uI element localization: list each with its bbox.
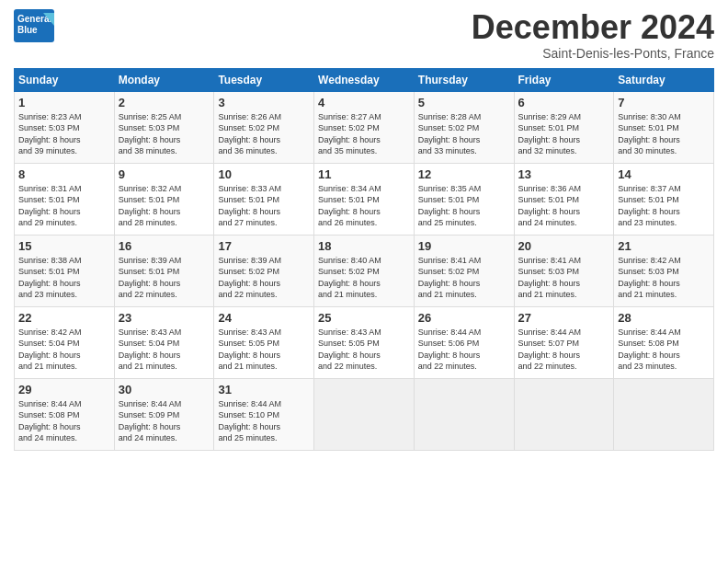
calendar-cell: 5Sunrise: 8:28 AM Sunset: 5:02 PM Daylig… xyxy=(414,91,514,163)
calendar-cell: 26Sunrise: 8:44 AM Sunset: 5:06 PM Dayli… xyxy=(414,306,514,378)
calendar-cell: 30Sunrise: 8:44 AM Sunset: 5:09 PM Dayli… xyxy=(114,378,214,450)
calendar-cell: 7Sunrise: 8:30 AM Sunset: 5:01 PM Daylig… xyxy=(614,91,714,163)
calendar-cell: 3Sunrise: 8:26 AM Sunset: 5:02 PM Daylig… xyxy=(214,91,314,163)
day-number: 18 xyxy=(318,239,410,253)
calendar-cell xyxy=(514,378,614,450)
calendar-page: General Blue December 2024 Saint-Denis-l… xyxy=(0,0,728,563)
day-info: Sunrise: 8:35 AM Sunset: 5:01 PM Dayligh… xyxy=(418,183,510,229)
calendar-cell: 23Sunrise: 8:43 AM Sunset: 5:04 PM Dayli… xyxy=(114,306,214,378)
day-info: Sunrise: 8:36 AM Sunset: 5:01 PM Dayligh… xyxy=(518,183,610,229)
header-thursday: Thursday xyxy=(414,68,514,91)
day-info: Sunrise: 8:32 AM Sunset: 5:01 PM Dayligh… xyxy=(119,183,210,229)
calendar-week-2: 8Sunrise: 8:31 AM Sunset: 5:01 PM Daylig… xyxy=(15,163,714,235)
header-tuesday: Tuesday xyxy=(214,68,314,91)
day-number: 1 xyxy=(18,96,110,109)
day-number: 22 xyxy=(18,311,110,325)
day-info: Sunrise: 8:41 AM Sunset: 5:02 PM Dayligh… xyxy=(418,255,510,301)
day-number: 4 xyxy=(318,96,410,109)
day-number: 11 xyxy=(318,167,410,181)
day-info: Sunrise: 8:44 AM Sunset: 5:09 PM Dayligh… xyxy=(119,398,210,444)
calendar-cell: 11Sunrise: 8:34 AM Sunset: 5:01 PM Dayli… xyxy=(314,163,415,235)
day-info: Sunrise: 8:30 AM Sunset: 5:01 PM Dayligh… xyxy=(618,111,710,157)
day-info: Sunrise: 8:44 AM Sunset: 5:08 PM Dayligh… xyxy=(618,327,710,373)
day-number: 10 xyxy=(218,167,310,181)
calendar-cell: 22Sunrise: 8:42 AM Sunset: 5:04 PM Dayli… xyxy=(15,306,115,378)
day-info: Sunrise: 8:40 AM Sunset: 5:02 PM Dayligh… xyxy=(318,255,410,301)
day-number: 21 xyxy=(618,239,710,253)
day-info: Sunrise: 8:44 AM Sunset: 5:08 PM Dayligh… xyxy=(18,398,110,444)
day-info: Sunrise: 8:39 AM Sunset: 5:01 PM Dayligh… xyxy=(119,255,210,301)
day-number: 24 xyxy=(218,311,310,325)
calendar-table: Sunday Monday Tuesday Wednesday Thursday… xyxy=(14,68,714,451)
day-info: Sunrise: 8:23 AM Sunset: 5:03 PM Dayligh… xyxy=(18,111,110,157)
calendar-cell: 16Sunrise: 8:39 AM Sunset: 5:01 PM Dayli… xyxy=(114,235,214,306)
day-number: 8 xyxy=(18,167,110,181)
day-info: Sunrise: 8:44 AM Sunset: 5:10 PM Dayligh… xyxy=(218,398,310,444)
calendar-cell: 6Sunrise: 8:29 AM Sunset: 5:01 PM Daylig… xyxy=(514,91,614,163)
day-number: 30 xyxy=(119,383,210,396)
day-number: 17 xyxy=(218,239,310,253)
calendar-cell: 1Sunrise: 8:23 AM Sunset: 5:03 PM Daylig… xyxy=(15,91,115,163)
day-info: Sunrise: 8:43 AM Sunset: 5:04 PM Dayligh… xyxy=(119,327,210,373)
calendar-cell: 28Sunrise: 8:44 AM Sunset: 5:08 PM Dayli… xyxy=(614,306,714,378)
day-number: 26 xyxy=(418,311,510,325)
calendar-cell: 27Sunrise: 8:44 AM Sunset: 5:07 PM Dayli… xyxy=(514,306,614,378)
day-number: 14 xyxy=(618,167,710,181)
header: General Blue December 2024 Saint-Denis-l… xyxy=(14,9,714,61)
day-number: 13 xyxy=(518,167,610,181)
day-number: 20 xyxy=(518,239,610,253)
svg-text:Blue: Blue xyxy=(17,25,38,35)
calendar-cell: 20Sunrise: 8:41 AM Sunset: 5:03 PM Dayli… xyxy=(514,235,614,306)
calendar-cell: 18Sunrise: 8:40 AM Sunset: 5:02 PM Dayli… xyxy=(314,235,415,306)
calendar-cell: 9Sunrise: 8:32 AM Sunset: 5:01 PM Daylig… xyxy=(114,163,214,235)
day-number: 2 xyxy=(119,96,210,109)
day-number: 6 xyxy=(518,96,610,109)
day-number: 28 xyxy=(618,311,710,325)
day-info: Sunrise: 8:42 AM Sunset: 5:03 PM Dayligh… xyxy=(618,255,710,301)
day-info: Sunrise: 8:42 AM Sunset: 5:04 PM Dayligh… xyxy=(18,327,110,373)
day-info: Sunrise: 8:34 AM Sunset: 5:01 PM Dayligh… xyxy=(318,183,410,229)
calendar-week-4: 22Sunrise: 8:42 AM Sunset: 5:04 PM Dayli… xyxy=(15,306,714,378)
day-info: Sunrise: 8:25 AM Sunset: 5:03 PM Dayligh… xyxy=(119,111,210,157)
header-monday: Monday xyxy=(114,68,214,91)
calendar-week-1: 1Sunrise: 8:23 AM Sunset: 5:03 PM Daylig… xyxy=(15,91,714,163)
day-number: 3 xyxy=(218,96,310,109)
calendar-cell: 12Sunrise: 8:35 AM Sunset: 5:01 PM Dayli… xyxy=(414,163,514,235)
location: Saint-Denis-les-Ponts, France xyxy=(472,46,714,61)
calendar-cell: 17Sunrise: 8:39 AM Sunset: 5:02 PM Dayli… xyxy=(214,235,314,306)
day-number: 27 xyxy=(518,311,610,325)
day-number: 29 xyxy=(18,383,110,396)
day-info: Sunrise: 8:41 AM Sunset: 5:03 PM Dayligh… xyxy=(518,255,610,301)
day-number: 16 xyxy=(119,239,210,253)
title-area: December 2024 Saint-Denis-les-Ponts, Fra… xyxy=(472,9,714,61)
day-info: Sunrise: 8:44 AM Sunset: 5:07 PM Dayligh… xyxy=(518,327,610,373)
calendar-cell: 19Sunrise: 8:41 AM Sunset: 5:02 PM Dayli… xyxy=(414,235,514,306)
day-number: 23 xyxy=(119,311,210,325)
day-number: 12 xyxy=(418,167,510,181)
day-number: 9 xyxy=(119,167,210,181)
calendar-cell xyxy=(614,378,714,450)
day-info: Sunrise: 8:43 AM Sunset: 5:05 PM Dayligh… xyxy=(318,327,410,373)
month-title: December 2024 xyxy=(472,9,714,46)
day-info: Sunrise: 8:31 AM Sunset: 5:01 PM Dayligh… xyxy=(18,183,110,229)
day-info: Sunrise: 8:37 AM Sunset: 5:01 PM Dayligh… xyxy=(618,183,710,229)
calendar-cell: 13Sunrise: 8:36 AM Sunset: 5:01 PM Dayli… xyxy=(514,163,614,235)
day-number: 31 xyxy=(218,383,310,396)
day-info: Sunrise: 8:27 AM Sunset: 5:02 PM Dayligh… xyxy=(318,111,410,157)
calendar-cell: 21Sunrise: 8:42 AM Sunset: 5:03 PM Dayli… xyxy=(614,235,714,306)
logo-icon: General Blue xyxy=(14,9,54,42)
day-number: 15 xyxy=(18,239,110,253)
calendar-cell: 24Sunrise: 8:43 AM Sunset: 5:05 PM Dayli… xyxy=(214,306,314,378)
calendar-cell: 10Sunrise: 8:33 AM Sunset: 5:01 PM Dayli… xyxy=(214,163,314,235)
logo: General Blue xyxy=(14,9,54,42)
calendar-cell: 15Sunrise: 8:38 AM Sunset: 5:01 PM Dayli… xyxy=(15,235,115,306)
calendar-week-3: 15Sunrise: 8:38 AM Sunset: 5:01 PM Dayli… xyxy=(15,235,714,306)
day-number: 25 xyxy=(318,311,410,325)
header-friday: Friday xyxy=(514,68,614,91)
day-info: Sunrise: 8:38 AM Sunset: 5:01 PM Dayligh… xyxy=(18,255,110,301)
calendar-cell: 29Sunrise: 8:44 AM Sunset: 5:08 PM Dayli… xyxy=(15,378,115,450)
day-info: Sunrise: 8:33 AM Sunset: 5:01 PM Dayligh… xyxy=(218,183,310,229)
day-number: 5 xyxy=(418,96,510,109)
calendar-cell: 14Sunrise: 8:37 AM Sunset: 5:01 PM Dayli… xyxy=(614,163,714,235)
calendar-cell: 31Sunrise: 8:44 AM Sunset: 5:10 PM Dayli… xyxy=(214,378,314,450)
